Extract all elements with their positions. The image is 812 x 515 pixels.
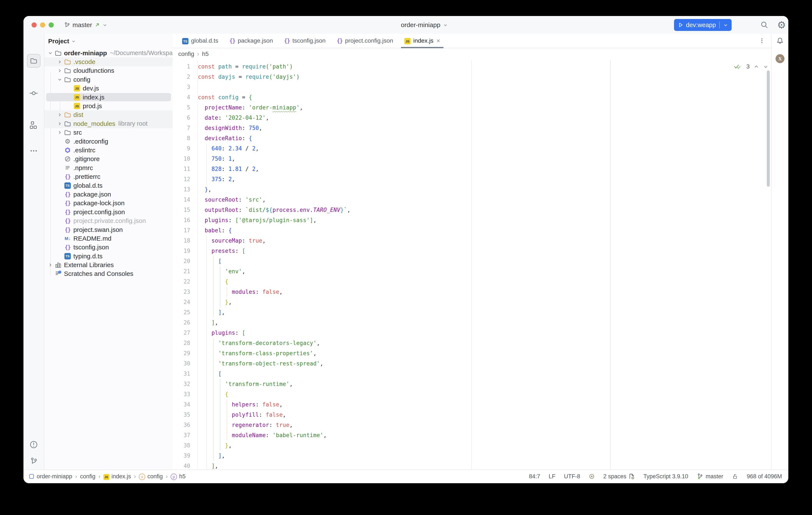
plugin-badge-icon[interactable]: X [776,54,784,63]
line-number[interactable]: 3 [173,82,198,92]
line-number[interactable]: 28 [173,338,198,348]
editor-options-button[interactable] [756,34,768,48]
tree-item-gitignore[interactable]: .gitignore [45,155,173,163]
caret-position[interactable]: 84:7 [529,473,540,480]
tab-project-config-json[interactable]: {}project.config.json [331,34,399,48]
line-number[interactable]: 23 [173,287,198,297]
tree-item-editorconfig[interactable]: ⚙︎.editorconfig [45,137,173,146]
line-number[interactable]: 39 [173,451,198,461]
tree-item-package-lock-json[interactable]: {}package-lock.json [45,199,173,208]
memory-indicator[interactable]: 968 of 4096M [747,473,782,480]
chevron-down-icon[interactable] [56,76,63,83]
tree-item-external-libraries[interactable]: External Libraries [45,261,173,269]
project-panel-header[interactable]: Project [45,34,76,49]
line-number[interactable]: 19 [173,246,198,256]
notifications-button[interactable] [772,37,788,45]
tree-item-dist[interactable]: dist [45,110,173,119]
tree-item-src[interactable]: src [45,128,173,137]
chevron-right-icon[interactable] [56,120,63,128]
tree-item-cloudfunctions[interactable]: cloudfunctions [45,66,173,75]
line-number[interactable]: 34 [173,399,198,410]
status-crumb-property[interactable]: ph5 [171,473,185,480]
chevron-right-icon[interactable] [56,67,63,75]
chevron-right-icon[interactable] [56,111,63,118]
chevron-right-icon[interactable] [56,129,63,136]
tree-item-node-modules[interactable]: node_moduleslibrary root [45,119,173,128]
highlighting-level[interactable] [589,473,595,479]
chevron-down-icon[interactable] [763,64,768,69]
line-number[interactable]: 30 [173,358,198,369]
project-tool-button[interactable] [24,54,44,67]
line-number[interactable]: 26 [173,318,198,328]
line-number[interactable]: 18 [173,236,198,246]
tree-item-readme-md[interactable]: M↓README.md [45,234,173,243]
tab-tsconfig-json[interactable]: {}tsconfig.json [279,34,331,48]
line-number[interactable]: 12 [173,174,198,184]
breadcrumb-h5[interactable]: h5 [202,51,208,57]
breadcrumb-config[interactable]: config [178,51,194,57]
chevron-down-icon[interactable] [47,49,54,57]
zoom-window-button[interactable] [49,22,54,28]
tree-item-global-d-ts[interactable]: TSglobal.d.ts [45,181,173,190]
line-number[interactable]: 5 [173,102,198,113]
line-number[interactable]: 17 [173,225,198,236]
chevron-right-icon[interactable] [56,58,63,66]
status-crumb-project[interactable]: order-miniapp [29,473,72,480]
tree-item-project-config-json[interactable]: {}project.config.json [45,208,173,216]
file-encoding[interactable]: UTF-8 [564,473,580,480]
line-number[interactable]: 2 [173,72,198,82]
typescript-version[interactable]: TypeScript 3.9.10 [643,473,688,480]
line-number[interactable]: 11 [173,164,198,174]
line-number[interactable]: 8 [173,133,198,143]
tree-item-npmrc[interactable]: .npmrc [45,163,173,172]
file-lock[interactable] [732,473,738,480]
line-number[interactable]: 22 [173,276,198,287]
chevron-down-icon[interactable] [723,22,728,28]
problems-tool-button[interactable] [24,440,44,449]
line-number[interactable]: 37 [173,430,198,440]
commit-tool-button[interactable] [24,89,44,98]
line-number[interactable]: 32 [173,379,198,389]
inspections-widget[interactable]: 3 [733,61,768,72]
tree-item-scratches-and-consoles[interactable]: Scratches and Consoles [45,269,173,278]
status-crumb-folder[interactable]: config [80,473,95,480]
tree-item-index-js[interactable]: JSindex.js [45,93,173,102]
line-number[interactable]: 38 [173,440,198,451]
structure-tool-button[interactable] [24,121,44,130]
line-number[interactable]: 10 [173,154,198,164]
search-everywhere-button[interactable] [757,16,772,34]
status-crumb-file[interactable]: JSindex.js [104,473,131,480]
line-number[interactable]: 21 [173,266,198,276]
editor-scrollbar[interactable] [767,71,770,187]
git-branch-widget[interactable]: master [63,16,108,34]
tab-index-js[interactable]: JSindex.js× [399,34,446,48]
tab-package-json[interactable]: {}package.json [224,34,279,48]
version-control-tool-button[interactable] [24,457,44,465]
line-number[interactable]: 25 [173,307,198,318]
more-tool-windows-button[interactable] [24,146,44,155]
line-number[interactable]: 15 [173,205,198,215]
close-icon[interactable]: × [436,37,440,44]
tree-item-prettierrc[interactable]: {}.prettierrc [45,172,173,181]
minimize-window-button[interactable] [40,22,45,28]
line-number[interactable]: 20 [173,256,198,266]
run-configuration-button[interactable]: dev:weapp [674,19,732,31]
line-number[interactable]: 36 [173,420,198,430]
git-branch-status[interactable]: master [697,473,723,480]
tree-item-typing-d-ts[interactable]: TStyping.d.ts [45,252,173,261]
tree-item-config[interactable]: config [45,75,173,84]
tree-item-project-swan-json[interactable]: {}project.swan.json [45,225,173,234]
line-number[interactable]: 16 [173,215,198,225]
close-window-button[interactable] [32,22,37,28]
status-crumb-variable[interactable]: vconfig [139,473,163,480]
line-number[interactable]: 29 [173,348,198,358]
line-number[interactable]: 24 [173,297,198,307]
tree-item-dev-js[interactable]: JSdev.js [45,84,173,93]
tree-item-tsconfig-json[interactable]: {}tsconfig.json [45,243,173,252]
window-title[interactable]: order-miniapp [401,16,448,34]
tree-item-eslintrc[interactable]: .eslintrc [45,146,173,155]
line-number[interactable]: 1 [173,61,198,72]
line-number[interactable]: 35 [173,410,198,420]
chevron-up-icon[interactable] [754,64,759,69]
tree-item-package-json[interactable]: {}package.json [45,190,173,199]
